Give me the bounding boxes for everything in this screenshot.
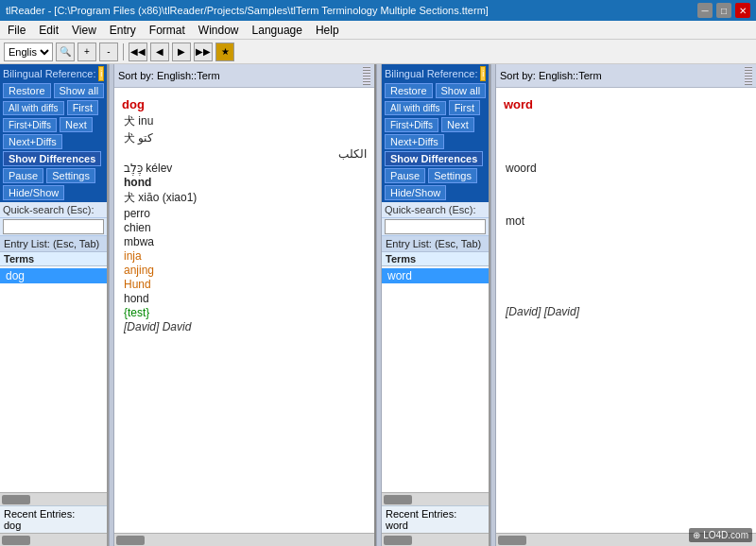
right-pause-btn[interactable]: Pause (385, 168, 425, 183)
right-left-toolbar: Bilingual Reference: i Restore Show all … (382, 64, 489, 202)
left-next-diffs-btn[interactable]: Next+Diffs (3, 134, 62, 149)
right-next-diffs-btn[interactable]: Next+Diffs (385, 134, 444, 149)
middle-line-perro: perro (122, 207, 367, 220)
right-hscroll[interactable] (382, 492, 489, 505)
left-entry-list-label: Entry List: (Esc, Tab) (0, 236, 107, 252)
menu-edit[interactable]: Edit (33, 22, 64, 39)
first-btn[interactable]: ◀◀ (129, 43, 147, 61)
right-settings-btn[interactable]: Settings (428, 168, 477, 183)
right-next-btn[interactable]: Next (441, 117, 474, 132)
left-all-diffs-btn[interactable]: All with diffs (3, 101, 64, 115)
middle-sort-label: Sort by: English::Term (118, 70, 220, 81)
left-entry-item[interactable]: dog (0, 268, 107, 283)
left-show-all-btn[interactable]: Show all (54, 83, 105, 98)
right-info-icon[interactable]: i (480, 66, 486, 81)
last-btn[interactable]: ▶▶ (194, 43, 213, 61)
title-text: tlReader - [C:\Program Files (x86)\tlRea… (6, 5, 489, 16)
title-bar: tlReader - [C:\Program Files (x86)\tlRea… (0, 0, 756, 21)
left-info-icon[interactable]: i (98, 66, 104, 81)
middle-line-inja: inja (122, 249, 367, 263)
middle-line-david: [David] David (122, 320, 367, 333)
restore-button[interactable]: □ (716, 3, 731, 18)
menu-format[interactable]: Format (144, 22, 191, 39)
left-entry-list[interactable]: dog (0, 266, 107, 492)
left-qs-input[interactable] (3, 219, 104, 234)
right-first-diffs-btn[interactable]: First+Diffs (385, 118, 438, 132)
menu-window[interactable]: Window (193, 22, 245, 39)
next-btn[interactable]: ▶ (172, 43, 191, 61)
middle-line-test: {test} (122, 306, 367, 319)
left-hide-show-btn[interactable]: Hide/Show (3, 185, 64, 200)
left-hscroll[interactable] (0, 492, 107, 505)
left-recent-label: Recent Entries: (4, 508, 103, 520)
left-first-diffs-btn[interactable]: First+Diffs (3, 118, 57, 132)
right-term-word: word (504, 97, 748, 111)
middle-line-kelev: כֶּלֶב kélev (122, 162, 367, 175)
left-bilingual-label: Bilingual Reference: (3, 68, 95, 79)
menu-file[interactable]: File (2, 22, 31, 39)
middle-line-anjing: anjing (122, 264, 367, 277)
middle-sort-bar: Sort by: English::Term (114, 64, 374, 88)
right-first-btn[interactable]: First (449, 100, 480, 115)
right-entry-item[interactable]: word (382, 268, 489, 283)
right-all-diffs-btn[interactable]: All with diffs (385, 101, 446, 115)
left-quick-search-row: Quick-search (Esc): (0, 202, 107, 218)
right-bottom-thumb (384, 536, 412, 545)
menu-help[interactable]: Help (310, 22, 345, 39)
zoom-in-btn[interactable]: + (77, 43, 96, 61)
minimize-button[interactable]: ─ (697, 3, 713, 18)
middle-line-hond2: hond (122, 292, 367, 305)
right-qs-input[interactable] (385, 219, 486, 234)
right-bottom-scroll[interactable] (382, 533, 489, 546)
right-sort-handle[interactable] (745, 66, 752, 85)
middle-line-inu: 犬 inu (122, 113, 367, 129)
left-panel-toolbar: Bilingual Reference: i Restore Show all … (0, 64, 107, 202)
middle-line-arabic: الکلب (122, 147, 367, 161)
right-entry-list[interactable]: word (382, 266, 489, 492)
middle-line-hund: Hund (122, 278, 367, 291)
menu-entry[interactable]: Entry (104, 22, 142, 39)
right-entry-list-label: Entry List: (Esc, Tab) (382, 236, 489, 252)
zoom-out-btn[interactable]: - (99, 43, 118, 61)
language-select[interactable]: Englis (4, 43, 53, 61)
middle-sort-handle[interactable] (363, 66, 370, 85)
left-next-btn[interactable]: Next (60, 117, 93, 132)
close-button[interactable]: ✕ (735, 3, 750, 18)
right-hide-show-btn[interactable]: Hide/Show (385, 185, 446, 200)
right-hscroll-thumb (384, 495, 412, 504)
left-recent-value: dog (4, 520, 103, 531)
middle-hscroll[interactable] (114, 533, 374, 546)
left-first-btn[interactable]: First (67, 100, 98, 115)
right-recent-label: Recent Entries: (386, 508, 485, 520)
menu-language[interactable]: Language (247, 22, 308, 39)
prev-btn[interactable]: ◀ (150, 43, 169, 61)
right-quick-search-row: Quick-search (Esc): (382, 202, 489, 218)
menu-bar: File Edit View Entry Format Window Langu… (0, 21, 756, 40)
left-bottom-scroll[interactable] (0, 533, 107, 546)
right-line-woord: woord (504, 162, 748, 175)
left-recent-entries: Recent Entries: dog (0, 505, 107, 533)
search-icon-btn[interactable]: 🔍 (56, 43, 75, 61)
middle-term-dog: dog (122, 97, 367, 111)
left-pause-btn[interactable]: Pause (3, 168, 43, 183)
main-toolbar: Englis 🔍 + - ◀◀ ◀ ▶ ▶▶ ★ (0, 40, 756, 64)
right-show-all-btn[interactable]: Show all (436, 83, 487, 98)
right-qs-label: Quick-search (Esc): (385, 204, 476, 215)
middle-line-mbwa: mbwa (122, 235, 367, 248)
right-content-area[interactable]: word woord mot [David] [David] (496, 88, 756, 533)
right-show-diffs-btn[interactable]: Show Differences (385, 151, 483, 166)
left-qs-label: Quick-search (Esc): (3, 204, 94, 215)
watermark: ⊕ LO4D.com (689, 528, 752, 542)
extra-btn[interactable]: ★ (215, 43, 234, 61)
right-sort-bar: Sort by: English::Term (496, 64, 756, 88)
middle-hscroll-thumb (116, 536, 145, 545)
right-restore-btn[interactable]: Restore (385, 83, 433, 98)
left-show-diffs-btn[interactable]: Show Differences (3, 151, 101, 166)
left-settings-btn[interactable]: Settings (46, 168, 95, 183)
menu-view[interactable]: View (66, 22, 102, 39)
left-restore-btn[interactable]: Restore (3, 83, 51, 98)
left-bottom-thumb (2, 536, 30, 545)
window-controls: ─ □ ✕ (697, 3, 750, 18)
middle-line-hond1: hond (122, 176, 367, 189)
middle-content-area[interactable]: dog 犬 inu 犬 کتو الکلب כֶּלֶב kélev hond … (114, 88, 374, 533)
